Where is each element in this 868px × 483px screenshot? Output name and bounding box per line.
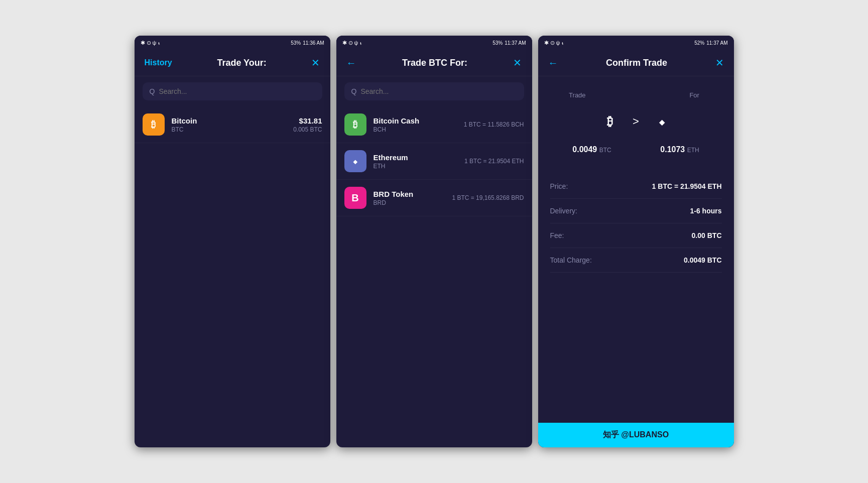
ethereum-rate: 1 BTC = 21.9504 ETH: [464, 158, 524, 165]
search-input-2[interactable]: [360, 87, 517, 95]
trade-arrow-icon: >: [633, 115, 639, 128]
screen3-title: Confirm Trade: [606, 58, 667, 68]
bitcoin-cash-info: Bitcoin Cash BCH: [374, 116, 457, 133]
status-left-2: ✱ ⊙ ψ ᵼ: [342, 40, 361, 46]
search-bar-2[interactable]: Q: [344, 82, 524, 100]
close-button-3[interactable]: ✕: [715, 57, 724, 69]
status-bar-1: ✱ ⊙ ψ ᵼ 53% 11:36 AM: [135, 36, 330, 50]
spacer-label: [606, 91, 665, 99]
screen1-title: Trade Your:: [217, 58, 266, 68]
bitcoin-list-item[interactable]: ₿ Bitcoin BTC $31.81 0.005 BTC: [135, 106, 330, 143]
bitcoin-value: $31.81 0.005 BTC: [293, 116, 322, 133]
bitcoin-usd: $31.81: [293, 116, 322, 125]
status-bar-2: ✱ ⊙ ψ ᵼ 53% 11:37 AM: [336, 36, 532, 50]
search-input-1[interactable]: [159, 87, 315, 95]
header-2: ← Trade BTC For: ✕: [336, 50, 532, 76]
bitcoin-name: Bitcoin: [172, 116, 287, 125]
price-row: Price: 1 BTC = 21.9504 ETH: [550, 174, 722, 199]
from-symbol: BTC: [599, 147, 611, 154]
delivery-row: Delivery: 1-6 hours: [550, 199, 722, 223]
bitcoin-amount: 0.005 BTC: [293, 126, 322, 133]
ethereum-info: Ethereum ETH: [374, 153, 458, 170]
from-amount: 0.0049 BTC: [548, 145, 636, 154]
ethereum-item[interactable]: ⬥ Ethereum ETH 1 BTC = 21.9504 ETH: [336, 143, 532, 180]
brd-info: BRD Token BRD: [374, 190, 445, 206]
time-1: 11:36 AM: [303, 40, 324, 46]
app-container: ✱ ⊙ ψ ᵼ 53% 11:36 AM History Trade Your:…: [0, 0, 868, 483]
to-amount-value: 0.1073: [660, 145, 685, 154]
status-right-3: 52% 11:37 AM: [694, 40, 727, 46]
status-bar-3: ✱ ⊙ ψ ᵼ 52% 11:37 AM: [538, 36, 734, 50]
status-icons-2: ✱ ⊙ ψ ᵼ: [342, 40, 361, 46]
screen1-content: Q ₿ Bitcoin BTC $31.81 0.005 BTC: [135, 76, 330, 447]
delivery-label: Delivery:: [550, 207, 577, 215]
bitcoin-icon: ₿: [143, 113, 165, 136]
price-label: Price:: [550, 182, 568, 190]
screen2-title: Trade BTC For:: [402, 58, 467, 68]
status-right-1: 53% 11:36 AM: [291, 40, 324, 46]
to-amount: 0.1073 ETH: [636, 145, 724, 154]
screen3-phone: ✱ ⊙ ψ ᵼ 52% 11:37 AM ← Confirm Trade ✕ T…: [538, 36, 734, 447]
to-label: For: [665, 91, 724, 99]
price-value: 1 BTC = 21.9504 ETH: [652, 182, 722, 190]
trade-amounts-row: 0.0049 BTC 0.1073 ETH: [548, 145, 724, 154]
watermark-bar: 知乎 @LUBANSO: [538, 423, 734, 447]
trade-labels: Trade For: [548, 91, 724, 99]
back-button-2[interactable]: ←: [346, 57, 356, 69]
delivery-value: 1-6 hours: [690, 207, 721, 215]
brd-item[interactable]: B BRD Token BRD 1 BTC = 19,165.8268 BRD: [336, 180, 532, 216]
header-3: ← Confirm Trade ✕: [538, 50, 734, 76]
to-symbol: ETH: [687, 147, 699, 154]
total-charge-label: Total Charge:: [550, 256, 592, 264]
total-charge-row: Total Charge: 0.0049 BTC: [550, 248, 722, 273]
back-button-3[interactable]: ←: [548, 57, 558, 69]
ethereum-icon: ⬥: [344, 150, 366, 172]
bitcoin-symbol: BTC: [172, 126, 287, 133]
search-icon-1: Q: [150, 87, 155, 95]
close-button-2[interactable]: ✕: [513, 57, 522, 69]
trade-icons-row: ₿ > ⬥: [548, 107, 724, 136]
status-icons-1: ✱ ⊙ ψ ᵼ: [141, 40, 160, 46]
total-charge-value: 0.0049 BTC: [684, 256, 721, 264]
trade-to-icon: ⬥: [647, 107, 676, 136]
fee-row: Fee: 0.00 BTC: [550, 223, 722, 248]
brd-name: BRD Token: [374, 190, 445, 198]
battery-3: 52%: [694, 40, 704, 46]
from-label: Trade: [548, 91, 607, 99]
history-link[interactable]: History: [145, 58, 172, 67]
screen1-phone: ✱ ⊙ ψ ᵼ 53% 11:36 AM History Trade Your:…: [135, 36, 330, 447]
confirm-trade-area: Trade For ₿ > ⬥ 0.0049 BTC 0: [538, 76, 734, 288]
brd-icon: B: [344, 187, 366, 209]
brd-symbol: BRD: [374, 199, 445, 206]
battery-1: 53%: [291, 40, 301, 46]
close-button-1[interactable]: ✕: [311, 57, 320, 69]
status-right-2: 53% 11:37 AM: [492, 40, 526, 46]
status-left-3: ✱ ⊙ ψ ᵼ: [544, 40, 563, 46]
status-left-1: ✱ ⊙ ψ ᵼ: [141, 40, 160, 46]
bitcoin-info: Bitcoin BTC: [172, 116, 287, 133]
brd-rate: 1 BTC = 19,165.8268 BRD: [452, 194, 524, 201]
fee-label: Fee:: [550, 231, 564, 239]
bitcoin-cash-icon: ₿: [344, 113, 366, 136]
screen3-content: Trade For ₿ > ⬥ 0.0049 BTC 0: [538, 76, 734, 423]
status-icons-3: ✱ ⊙ ψ ᵼ: [544, 40, 563, 46]
fee-value: 0.00 BTC: [692, 231, 722, 239]
trade-details: Price: 1 BTC = 21.9504 ETH Delivery: 1-6…: [548, 174, 724, 273]
trade-from-icon: ₿: [595, 107, 625, 136]
screen2-phone: ✱ ⊙ ψ ᵼ 53% 11:37 AM ← Trade BTC For: ✕ …: [336, 36, 532, 447]
header-1: History Trade Your: ✕: [135, 50, 330, 76]
time-3: 11:37 AM: [706, 40, 727, 46]
screen2-content: Q ₿ Bitcoin Cash BCH 1 BTC = 11.5826 BCH…: [336, 76, 532, 447]
ethereum-symbol: ETH: [374, 163, 458, 170]
search-icon-2: Q: [351, 87, 357, 95]
bitcoin-cash-symbol: BCH: [374, 126, 457, 133]
bitcoin-cash-rate: 1 BTC = 11.5826 BCH: [464, 121, 524, 128]
from-amount-value: 0.0049: [572, 145, 597, 154]
time-2: 11:37 AM: [505, 40, 526, 46]
bitcoin-cash-item[interactable]: ₿ Bitcoin Cash BCH 1 BTC = 11.5826 BCH: [336, 106, 532, 143]
bitcoin-cash-name: Bitcoin Cash: [374, 116, 457, 125]
search-bar-1[interactable]: Q: [143, 82, 322, 100]
battery-2: 53%: [492, 40, 503, 46]
ethereum-name: Ethereum: [374, 153, 458, 162]
